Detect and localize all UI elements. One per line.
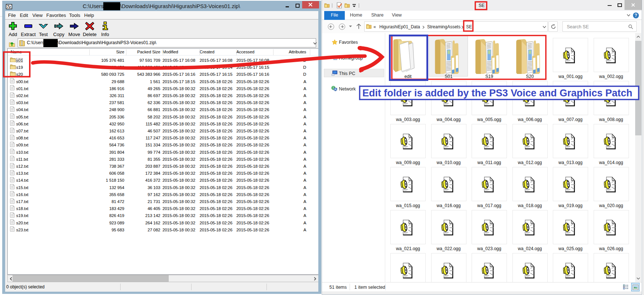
svg-text:7z: 7z: [7, 5, 11, 9]
